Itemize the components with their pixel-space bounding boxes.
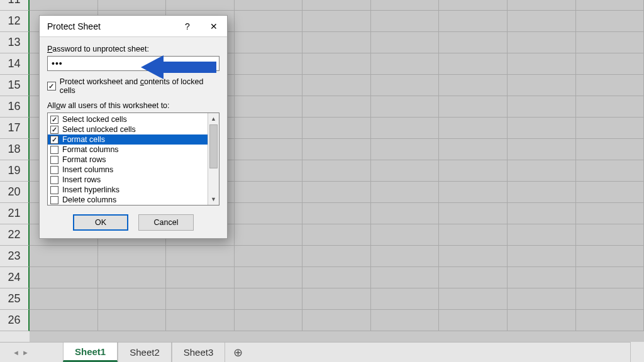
- row-header[interactable]: 11: [0, 0, 30, 11]
- cell[interactable]: [508, 203, 576, 224]
- scroll-thumb[interactable]: [209, 124, 218, 168]
- row-header[interactable]: 25: [0, 288, 30, 310]
- row-header[interactable]: 17: [0, 118, 30, 139]
- scroll-up-icon[interactable]: ▲: [208, 113, 219, 124]
- dialog-titlebar[interactable]: Protect Sheet ? ✕: [40, 16, 227, 37]
- row-header[interactable]: 14: [0, 53, 30, 75]
- row-header[interactable]: 21: [0, 203, 30, 224]
- scroll-down-icon[interactable]: ▼: [208, 194, 219, 205]
- cell[interactable]: [371, 139, 440, 160]
- cell[interactable]: [439, 203, 508, 224]
- cell[interactable]: [508, 32, 576, 53]
- cell[interactable]: [508, 118, 576, 139]
- permission-item[interactable]: Select unlocked cells: [48, 124, 208, 134]
- cell[interactable]: [303, 160, 371, 182]
- cell[interactable]: [508, 224, 576, 246]
- cell[interactable]: [439, 160, 508, 182]
- row-header[interactable]: 26: [0, 310, 30, 331]
- cell[interactable]: [303, 0, 371, 11]
- row-header[interactable]: 13: [0, 32, 30, 53]
- cell[interactable]: [576, 11, 645, 32]
- cell[interactable]: [30, 310, 98, 331]
- cell[interactable]: [235, 203, 303, 224]
- cell[interactable]: [98, 310, 167, 331]
- permission-item[interactable]: Insert columns: [48, 165, 208, 175]
- cell[interactable]: [576, 267, 645, 288]
- cell[interactable]: [508, 310, 576, 331]
- cell[interactable]: [303, 118, 371, 139]
- permission-checkbox[interactable]: [50, 196, 58, 204]
- permission-checkbox[interactable]: [50, 126, 58, 134]
- sheet-tab[interactable]: Sheet2: [118, 343, 172, 362]
- cell[interactable]: [371, 0, 440, 11]
- cell[interactable]: [235, 96, 303, 118]
- cell[interactable]: [508, 96, 576, 118]
- cell[interactable]: [98, 246, 167, 267]
- add-sheet-button[interactable]: ⊕: [225, 343, 250, 362]
- cell[interactable]: [235, 11, 303, 32]
- cell[interactable]: [303, 139, 371, 160]
- cell[interactable]: [508, 246, 576, 267]
- row-header[interactable]: 23: [0, 246, 30, 267]
- password-input[interactable]: [47, 56, 219, 71]
- cell[interactable]: [371, 160, 440, 182]
- tab-nav-prev-icon[interactable]: ◄: [13, 349, 19, 356]
- sheet-tab[interactable]: Sheet3: [172, 343, 226, 362]
- permission-item[interactable]: Select locked cells: [48, 114, 208, 124]
- cell[interactable]: [576, 32, 645, 53]
- tab-nav-next-icon[interactable]: ►: [22, 349, 29, 356]
- ok-button[interactable]: OK: [73, 214, 128, 231]
- cell[interactable]: [439, 53, 508, 75]
- cell[interactable]: [576, 310, 645, 331]
- cell[interactable]: [166, 310, 235, 331]
- close-button[interactable]: ✕: [201, 16, 227, 37]
- cell[interactable]: [371, 203, 440, 224]
- cell[interactable]: [439, 182, 508, 203]
- cell[interactable]: [439, 267, 508, 288]
- cell[interactable]: [303, 75, 371, 96]
- cell[interactable]: [439, 139, 508, 160]
- cell[interactable]: [371, 288, 440, 310]
- permission-checkbox[interactable]: [50, 176, 58, 184]
- cell[interactable]: [235, 75, 303, 96]
- cell[interactable]: [439, 0, 508, 11]
- permission-checkbox[interactable]: [50, 136, 58, 144]
- cell[interactable]: [371, 118, 440, 139]
- row-header[interactable]: 15: [0, 75, 30, 96]
- cell[interactable]: [235, 139, 303, 160]
- cell[interactable]: [303, 267, 371, 288]
- cell[interactable]: [508, 139, 576, 160]
- permission-checkbox[interactable]: [50, 116, 58, 124]
- cell[interactable]: [576, 224, 645, 246]
- cell[interactable]: [576, 203, 645, 224]
- cell[interactable]: [508, 288, 576, 310]
- cell[interactable]: [371, 182, 440, 203]
- cell[interactable]: [371, 310, 440, 331]
- cell[interactable]: [98, 267, 167, 288]
- row-header[interactable]: 20: [0, 182, 30, 203]
- cell[interactable]: [166, 288, 235, 310]
- cell[interactable]: [303, 203, 371, 224]
- cell[interactable]: [166, 0, 235, 11]
- cell[interactable]: [371, 267, 440, 288]
- cell[interactable]: [576, 182, 645, 203]
- permission-item[interactable]: Insert rows: [48, 175, 208, 185]
- cell[interactable]: [508, 0, 576, 11]
- cell[interactable]: [508, 53, 576, 75]
- cell[interactable]: [303, 288, 371, 310]
- cell[interactable]: [235, 53, 303, 75]
- cell[interactable]: [98, 288, 167, 310]
- cell[interactable]: [439, 118, 508, 139]
- cell[interactable]: [371, 32, 440, 53]
- cell[interactable]: [439, 310, 508, 331]
- cell[interactable]: [303, 310, 371, 331]
- cell[interactable]: [235, 182, 303, 203]
- cell[interactable]: [371, 11, 440, 32]
- cell[interactable]: [508, 182, 576, 203]
- cell[interactable]: [508, 75, 576, 96]
- cell[interactable]: [303, 224, 371, 246]
- permission-item[interactable]: Delete columns: [48, 195, 208, 205]
- cell[interactable]: [439, 96, 508, 118]
- cell[interactable]: [576, 288, 645, 310]
- cell[interactable]: [30, 267, 98, 288]
